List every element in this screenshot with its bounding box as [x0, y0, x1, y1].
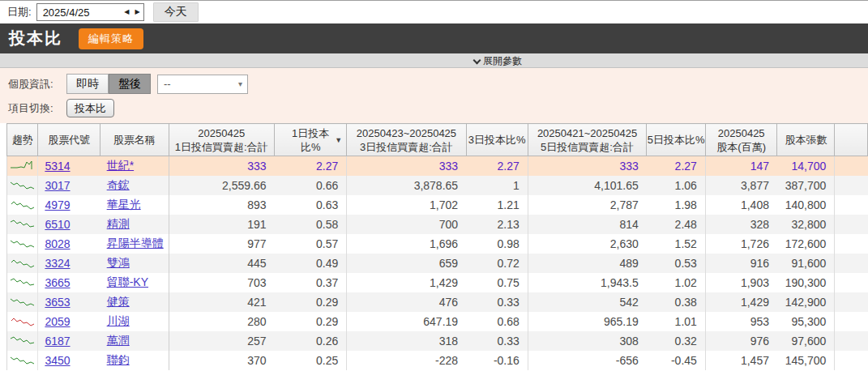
cell-d5_net: 4,101.65 — [528, 176, 646, 195]
stock-name-link[interactable]: 精測 — [107, 217, 130, 230]
cell-d5_pct: 1.52 — [647, 234, 706, 254]
code-cell: 2059 — [38, 312, 100, 331]
mode-toggle: 即時 盤後 — [66, 74, 151, 94]
col-header-capital[interactable]: 20250425股本(百萬) — [705, 124, 777, 156]
stock-name-link[interactable]: 萬潤 — [107, 334, 130, 347]
afterhours-button[interactable]: 盤後 — [109, 74, 151, 94]
table-row[interactable]: 3017奇鋐2,559.660.663,878.6514,101.651.063… — [7, 176, 868, 195]
stock-name-link[interactable]: 雙鴻 — [107, 256, 130, 269]
cell-extra — [835, 176, 868, 195]
cell-d1_net: 421 — [169, 292, 275, 312]
stock-name-link[interactable]: 聯鈞 — [107, 353, 130, 366]
cell-d5_net: 814 — [528, 215, 646, 234]
cell-extra — [835, 254, 868, 273]
stock-code-link[interactable]: 4979 — [45, 198, 70, 211]
cell-extra — [835, 273, 868, 292]
stock-name-link[interactable]: 貿聯-KY — [107, 275, 148, 288]
col-header-d3_pct[interactable]: 3日投本比% — [466, 124, 528, 156]
cell-d3_pct: -0.16 — [466, 351, 528, 370]
cell-d1_pct: 0.57 — [275, 234, 347, 254]
date-prev-icon[interactable]: ◀ — [124, 3, 129, 21]
cell-d5_net: 489 — [528, 254, 646, 273]
table-row[interactable]: 3653健策4210.294760.335420.381,429142,900 — [7, 292, 868, 312]
col-header-trend[interactable]: 趨勢 — [7, 124, 38, 156]
cell-extra — [835, 312, 868, 331]
col-header-d1_net[interactable]: 202504251日投信買賣超:合計 — [169, 124, 275, 156]
col-header-d5_net[interactable]: 20250421~202504255日投信買賣超:合計 — [528, 124, 646, 156]
trend-cell — [7, 273, 38, 292]
stock-code-link[interactable]: 3665 — [45, 276, 70, 289]
cell-capital: 328 — [705, 215, 777, 234]
sparkline-icon — [10, 257, 36, 270]
sparkline-icon — [10, 179, 36, 192]
chevron-down-icon — [473, 56, 481, 64]
name-cell: 貿聯-KY — [100, 273, 169, 292]
cell-capital: 1,903 — [705, 273, 777, 292]
table-row[interactable]: 6187萬潤2570.263180.333080.3297697,600 — [7, 331, 868, 351]
today-button[interactable]: 今天 — [153, 2, 199, 22]
name-cell: 華星光 — [100, 195, 169, 215]
stock-code-link[interactable]: 6510 — [45, 218, 70, 231]
stock-name-link[interactable]: 昇陽半導體 — [107, 237, 164, 249]
stock-name-link[interactable]: 奇鋐 — [107, 178, 130, 191]
cell-d1_pct: 0.63 — [275, 195, 347, 215]
code-cell: 3324 — [38, 254, 100, 273]
cell-d5_net: 2,787 — [528, 195, 646, 215]
stock-code-link[interactable]: 3324 — [45, 257, 70, 270]
table-row[interactable]: 5314世紀*3332.273332.273332.2714714,700 — [7, 156, 868, 176]
stock-code-link[interactable]: 5314 — [45, 160, 70, 173]
stock-code-link[interactable]: 2059 — [45, 315, 70, 328]
date-input[interactable]: 2025/4/25 ◀ ▶ — [36, 3, 144, 21]
cell-d1_net: 257 — [169, 331, 275, 351]
table-row[interactable]: 3450聯鈞3700.25-228-0.16-656-0.451,457145,… — [7, 351, 868, 370]
cell-d1_pct: 0.29 — [275, 292, 347, 312]
cell-capital: 953 — [705, 312, 777, 331]
stock-code-link[interactable]: 3450 — [45, 354, 70, 367]
table-row[interactable]: 6510精測1910.587002.138142.4832832,800 — [7, 215, 868, 234]
cell-d1_net: 703 — [169, 273, 275, 292]
sort-arrow-icon[interactable]: ▼ — [335, 136, 342, 144]
stock-code-link[interactable]: 3653 — [45, 296, 70, 309]
stock-name-link[interactable]: 川湖 — [107, 314, 130, 327]
col-header-code[interactable]: 股票代號 — [38, 124, 100, 156]
code-cell: 5314 — [38, 156, 100, 176]
col-header-d3_net[interactable]: 20250423~202504253日投信買賣超:合計 — [347, 124, 466, 156]
table-row[interactable]: 4979華星光8930.631,7021.212,7871.981,408140… — [7, 195, 868, 215]
realtime-button[interactable]: 即時 — [66, 74, 109, 94]
expand-params-label: 展開參數 — [483, 54, 522, 68]
sparkline-icon — [10, 276, 36, 289]
cell-d3_net: 700 — [347, 215, 466, 234]
stock-name-link[interactable]: 世紀* — [107, 159, 134, 172]
stock-name-link[interactable]: 華星光 — [107, 198, 141, 211]
cell-capital: 1,457 — [705, 351, 777, 370]
table-row[interactable]: 3665貿聯-KY7030.371,4290.751,943.51.021,90… — [7, 273, 868, 292]
table-row[interactable]: 3324雙鴻4450.496590.724890.5391691,600 — [7, 254, 868, 273]
expand-params-toggle[interactable]: 展開參數 — [474, 54, 522, 68]
cell-capital: 147 — [705, 156, 777, 176]
cell-d1_pct: 0.26 — [275, 331, 347, 351]
item-switch-button[interactable]: 投本比 — [66, 99, 114, 117]
date-label: 日期: — [7, 5, 32, 19]
stock-code-link[interactable]: 8028 — [45, 237, 70, 250]
table-row[interactable]: 2059川湖2800.29647.190.68965.191.0195395,3… — [7, 312, 868, 331]
stock-select[interactable]: -- ▾ — [157, 75, 248, 94]
col-header-name[interactable]: 股票名稱 — [100, 124, 169, 156]
table-row[interactable]: 8028昇陽半導體9770.571,6960.982,6301.521,7261… — [7, 234, 868, 254]
date-toolbar: 日期: 2025/4/25 ◀ ▶ 今天 — [0, 0, 868, 23]
cell-d1_net: 445 — [169, 254, 275, 273]
cell-capital: 1,429 — [705, 292, 777, 312]
sparkline-icon — [10, 335, 36, 348]
col-header-shares[interactable]: 股本張數 — [777, 124, 835, 156]
col-header-d1_pct[interactable]: 1日投本比%▼ — [275, 124, 347, 156]
date-next-icon[interactable]: ▶ — [135, 3, 139, 21]
cell-d3_net: 333 — [347, 156, 466, 176]
stock-code-link[interactable]: 6187 — [45, 335, 70, 348]
sparkline-icon — [10, 160, 36, 173]
sparkline-icon — [10, 218, 36, 231]
col-header-extra[interactable] — [835, 124, 868, 156]
stock-name-link[interactable]: 健策 — [107, 295, 130, 308]
stock-code-link[interactable]: 3017 — [45, 179, 70, 192]
edit-strategy-button[interactable]: 編輯策略 — [79, 28, 143, 49]
title-bar: 投本比 編輯策略 — [0, 23, 868, 53]
col-header-d5_pct[interactable]: 5日投本比% — [647, 124, 706, 156]
